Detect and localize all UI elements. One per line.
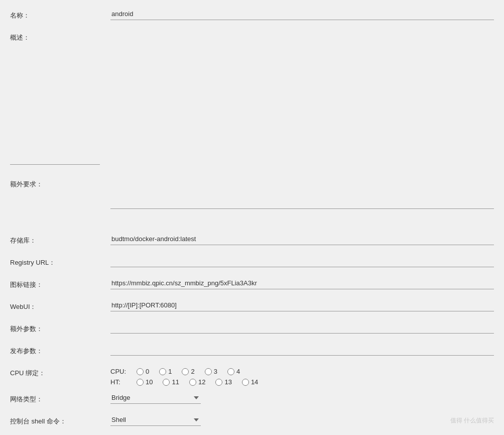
ht-radio-10: 10	[137, 378, 153, 386]
cpu-radio-input-3[interactable]	[205, 368, 212, 375]
network-type-select[interactable]: Bridge Host None	[110, 392, 201, 404]
cpu-radio-input-1[interactable]	[159, 368, 166, 375]
webui-label: WebUI：	[10, 299, 110, 311]
cpu-radio-group: 0 1 2 3	[137, 368, 240, 375]
ht-label: HT:	[110, 378, 129, 386]
repository-input[interactable]	[110, 233, 494, 245]
extra-params-row: 额外参数：	[10, 321, 494, 338]
repository-field	[110, 233, 494, 245]
description-field	[10, 42, 100, 171]
console-shell-label: 控制台 shell 命令：	[10, 414, 110, 426]
cpu-radio-label-4: 4	[236, 368, 240, 375]
cpu-radio-label-2: 2	[191, 368, 194, 375]
cpu-radio-2: 2	[182, 368, 194, 375]
extra-label: 额外要求：	[10, 177, 110, 189]
cpu-radio-label-1: 1	[168, 368, 172, 375]
network-type-label: 网络类型：	[10, 392, 110, 404]
ht-radio-12: 12	[189, 378, 205, 386]
repository-row: 存储库：	[10, 233, 494, 249]
cpu-radio-0: 0	[137, 368, 149, 375]
cpu-radio-input-0[interactable]	[137, 368, 144, 375]
extra-params-field	[110, 321, 494, 334]
extra-textarea[interactable]	[110, 179, 494, 209]
registry-url-row: Registry URL：	[10, 255, 494, 271]
repository-label: 存储库：	[10, 233, 110, 245]
publish-params-label: 发布参数：	[10, 344, 110, 356]
ht-radio-group: 10 11 12 13	[137, 378, 258, 386]
cpu-radio-1: 1	[159, 368, 172, 375]
webui-field	[110, 299, 494, 311]
cpu-row: CPU: 0 1 2	[110, 368, 494, 375]
ht-radio-label-10: 10	[146, 378, 153, 386]
cpu-radio-4: 4	[227, 368, 240, 375]
ht-radio-label-11: 11	[172, 378, 179, 386]
ht-radio-input-12[interactable]	[189, 379, 196, 386]
cpu-label: CPU:	[110, 368, 129, 375]
name-row: 名称：	[10, 8, 494, 24]
publish-params-field	[110, 344, 494, 356]
console-shell-row: 控制台 shell 命令： Shell bash sh	[10, 414, 494, 430]
ht-radio-input-11[interactable]	[163, 379, 170, 386]
name-field	[110, 8, 494, 20]
icon-url-label: 图标链接：	[10, 277, 110, 289]
publish-params-input[interactable]	[110, 344, 494, 356]
network-type-field: Bridge Host None	[110, 392, 494, 404]
icon-url-field	[110, 277, 494, 289]
cpu-bind-label: CPU 绑定：	[10, 366, 110, 378]
watermark: 值得 什么值得买	[450, 416, 494, 425]
cpu-section: CPU: 0 1 2	[110, 366, 494, 386]
form-container: 名称： 概述： 额外要求： 存储库： Registry URL： 图标链接：	[0, 0, 504, 435]
ht-radio-14: 14	[242, 378, 258, 386]
icon-url-row: 图标链接：	[10, 277, 494, 293]
ht-radio-input-14[interactable]	[242, 379, 249, 386]
console-shell-field: Shell bash sh	[110, 414, 494, 426]
webui-row: WebUI：	[10, 299, 494, 315]
registry-url-input[interactable]	[110, 255, 494, 267]
description-row: 概述：	[10, 30, 494, 171]
cpu-radio-input-2[interactable]	[182, 368, 189, 375]
ht-radio-label-13: 13	[224, 378, 231, 386]
ht-radio-label-14: 14	[251, 378, 258, 386]
icon-url-input[interactable]	[110, 277, 494, 289]
ht-radio-input-13[interactable]	[215, 379, 222, 386]
extra-requirements-row: 额外要求：	[10, 177, 494, 227]
registry-url-field	[110, 255, 494, 267]
webui-input[interactable]	[110, 299, 494, 311]
registry-url-label: Registry URL：	[10, 255, 110, 267]
publish-params-row: 发布参数：	[10, 344, 494, 360]
network-type-row: 网络类型： Bridge Host None	[10, 392, 494, 408]
cpu-radio-label-3: 3	[214, 368, 217, 375]
cpu-radio-input-4[interactable]	[227, 368, 234, 375]
cpu-bind-field: CPU: 0 1 2	[110, 366, 494, 386]
ht-radio-input-10[interactable]	[137, 379, 144, 386]
name-input[interactable]	[110, 8, 494, 20]
extra-params-input[interactable]	[110, 321, 494, 334]
description-label: 概述：	[10, 30, 110, 42]
ht-radio-13: 13	[215, 378, 231, 386]
cpu-radio-3: 3	[205, 368, 217, 375]
cpu-bind-row: CPU 绑定： CPU: 0 1	[10, 366, 494, 386]
extra-field	[110, 177, 494, 209]
ht-radio-label-12: 12	[198, 378, 205, 386]
description-textarea[interactable]	[10, 44, 100, 165]
name-label: 名称：	[10, 8, 110, 20]
console-shell-select[interactable]: Shell bash sh	[110, 414, 201, 426]
ht-radio-11: 11	[163, 378, 179, 386]
cpu-radio-label-0: 0	[146, 368, 149, 375]
ht-row: HT: 10 11 12	[110, 378, 494, 386]
extra-params-label: 额外参数：	[10, 321, 110, 334]
